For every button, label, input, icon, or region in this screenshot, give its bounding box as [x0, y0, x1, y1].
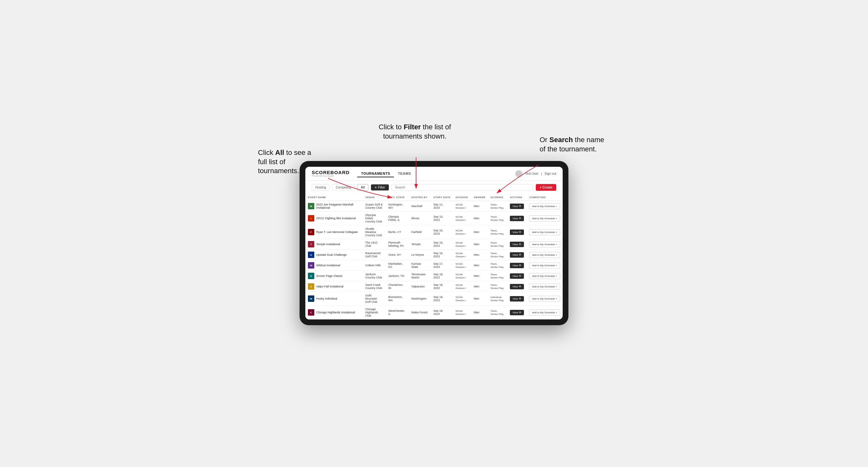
cell-start-date-5: Sep 17, 2023: [431, 260, 453, 271]
annotation-top-middle: Click to Filter the list of tournaments …: [364, 123, 466, 141]
cell-venue-0: Guyan Golf & Country Club: [363, 201, 386, 212]
search-input[interactable]: [392, 184, 533, 191]
cell-event-name-4: U Upstate Dual Challenge: [305, 250, 363, 260]
view-button-3[interactable]: View 👁: [510, 242, 524, 247]
eye-icon-9: 👁: [519, 311, 521, 314]
add-schedule-button-8[interactable]: Add to My Schedule +: [529, 296, 560, 302]
cell-event-name-2: F Ryan T. Lee Memorial Collegiate: [305, 225, 363, 239]
view-button-0[interactable]: View 👁: [510, 204, 524, 209]
cell-start-date-1: Sep 15, 2023: [431, 212, 453, 225]
eye-icon-3: 👁: [519, 243, 521, 246]
event-name-text-7: Valpo Fall Invitational: [316, 285, 343, 288]
cell-gender-0: Men: [471, 201, 488, 212]
cell-gender-3: Men: [471, 239, 488, 250]
view-button-6[interactable]: View 👁: [510, 273, 524, 279]
cell-city-state-1: Olympia Fields, IL: [386, 212, 409, 225]
team-logo-8: W: [308, 295, 314, 302]
add-schedule-button-0[interactable]: Add to My Schedule +: [529, 203, 560, 209]
table-row: W Wildcat Invitational Colbert Hills Man…: [305, 260, 563, 271]
cell-competing-0: Add to My Schedule +: [527, 201, 563, 212]
add-schedule-button-9[interactable]: Add to My Schedule +: [529, 310, 560, 316]
view-label-5: View: [513, 264, 518, 267]
view-button-5[interactable]: View 👁: [510, 263, 524, 268]
add-schedule-button-3[interactable]: Add to My Schedule +: [529, 241, 560, 247]
add-schedule-button-2[interactable]: Add to My Schedule +: [529, 229, 560, 235]
cell-scoring-0: Team, Stroke Play: [488, 201, 507, 212]
event-name-text-5: Wildcat Invitational: [316, 264, 340, 267]
cell-city-state-0: Huntington, WV: [386, 201, 409, 212]
cell-competing-5: Add to My Schedule +: [527, 260, 563, 271]
view-button-8[interactable]: View 👁: [510, 296, 524, 302]
nav-tab-teams[interactable]: TEAMS: [394, 170, 415, 177]
view-button-2[interactable]: View 👁: [510, 229, 524, 235]
eye-icon-8: 👁: [519, 298, 521, 300]
cell-start-date-2: Sep 16, 2023: [431, 225, 453, 239]
cell-event-name-6: G Grover Page Classic: [305, 271, 363, 281]
add-schedule-button-1[interactable]: Add to My Schedule +: [529, 215, 560, 221]
nav-tab-tournaments[interactable]: TOURNAMENTS: [357, 170, 394, 177]
team-logo-9: C: [308, 309, 314, 316]
filter-tab-competing[interactable]: Competing: [332, 184, 354, 191]
filter-icon: ≡: [375, 186, 377, 189]
eye-icon-1: 👁: [519, 217, 521, 220]
view-button-9[interactable]: View 👁: [510, 310, 524, 315]
cell-venue-5: Colbert Hills: [363, 260, 386, 271]
cell-gender-9: Men: [471, 306, 488, 319]
cell-city-state-7: Chesterton, IN: [386, 281, 409, 292]
tablet-screen: SCOREBOARD Powered by clpod TOURNAMENTS …: [305, 167, 563, 319]
table-row: M 2023 Joe Feaganes Marshall Invitationa…: [305, 201, 563, 212]
filter-tab-hosting[interactable]: Hosting: [312, 184, 330, 191]
cell-division-0: NCAA Division I: [453, 201, 471, 212]
view-button-1[interactable]: View 👁: [510, 216, 524, 221]
cell-division-6: NCAA Division I: [453, 271, 471, 281]
cell-scoring-9: Team, Stroke Play: [488, 306, 507, 319]
filter-tab-all[interactable]: All: [357, 184, 368, 191]
cell-actions-7: View 👁: [507, 281, 527, 292]
cell-gender-1: Men: [471, 212, 488, 225]
cell-venue-8: Gold Mountain Golf Club: [363, 292, 386, 306]
filter-button[interactable]: ≡ Filter: [371, 184, 389, 190]
team-logo-2: F: [308, 229, 314, 235]
cell-event-name-3: T Temple Invitational: [305, 239, 363, 250]
event-name-text-4: Upstate Dual Challenge: [316, 253, 347, 256]
col-competing: COMPETING: [527, 194, 563, 201]
team-logo-0: M: [308, 203, 314, 209]
cell-actions-8: View 👁: [507, 292, 527, 306]
cell-start-date-7: Sep 18, 2023: [431, 281, 453, 292]
event-name-text-1: OFCC Fighting Illini Invitational: [316, 217, 356, 220]
cell-hosted-by-0: Marshall: [409, 201, 431, 212]
create-button[interactable]: + Create: [536, 184, 556, 191]
add-schedule-button-4[interactable]: Add to My Schedule +: [529, 252, 560, 258]
team-logo-6: G: [308, 273, 314, 279]
user-avatar: [515, 170, 522, 177]
table-row: G Grover Page Classic Jackson Country Cl…: [305, 271, 563, 281]
page-wrapper: Click All to see a full list of tourname…: [258, 129, 610, 338]
view-label-0: View: [513, 205, 518, 208]
cell-actions-9: View 👁: [507, 306, 527, 319]
add-schedule-button-5[interactable]: Add to My Schedule +: [529, 262, 560, 269]
cell-hosted-by-7: Valparaiso: [409, 281, 431, 292]
user-name: Test User: [525, 172, 538, 176]
cell-hosted-by-2: Fairfield: [409, 225, 431, 239]
view-button-4[interactable]: View 👁: [510, 252, 524, 258]
cell-actions-6: View 👁: [507, 271, 527, 281]
annotation-top-right: Or Search the name of the tournament.: [539, 135, 610, 154]
col-event-name: EVENT NAME: [305, 194, 363, 201]
cell-division-9: NCAA Division I: [453, 306, 471, 319]
view-label-9: View: [513, 311, 518, 314]
sign-out-link[interactable]: Sign out: [545, 172, 556, 176]
cell-competing-6: Add to My Schedule +: [527, 271, 563, 281]
add-schedule-button-7[interactable]: Add to My Schedule +: [529, 284, 560, 290]
add-schedule-button-6[interactable]: Add to My Schedule +: [529, 273, 560, 279]
cell-event-name-9: C Chicago Highlands Invitational: [305, 306, 363, 319]
view-label-6: View: [513, 275, 518, 278]
cell-division-3: NCAA Division I: [453, 239, 471, 250]
view-label-8: View: [513, 298, 518, 300]
cell-division-7: NCAA Division I: [453, 281, 471, 292]
eye-icon-4: 👁: [519, 253, 521, 256]
cell-actions-0: View 👁: [507, 201, 527, 212]
team-logo-4: U: [308, 252, 314, 258]
table-row: T Temple Invitational The 1912 Club Plym…: [305, 239, 563, 250]
view-button-7[interactable]: View 👁: [510, 284, 524, 289]
cell-city-state-9: Westchester, IL: [386, 306, 409, 319]
